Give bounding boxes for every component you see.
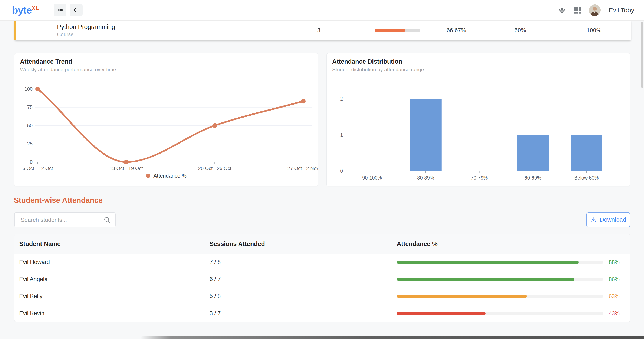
window-bottom-shadow xyxy=(140,336,644,339)
y-tick-label: 100 xyxy=(24,86,32,92)
course-mid-value: 50% xyxy=(514,27,526,34)
attendance-percent-label: 88% xyxy=(609,259,620,265)
course-right-value: 100% xyxy=(586,27,601,34)
table-row: Evil Kevin3 / 743% xyxy=(14,305,630,322)
course-session-count: 3 xyxy=(317,27,320,34)
search-input[interactable] xyxy=(20,212,102,228)
y-tick-label: 50 xyxy=(27,123,32,128)
x-tick-label: 80-89% xyxy=(417,175,434,180)
sessions-attended-cell: 7 / 8 xyxy=(205,254,392,271)
attendance-percent-label: 86% xyxy=(609,276,620,282)
user-name[interactable]: Evil Toby xyxy=(609,6,634,14)
attendance-trend-chart: 02550751006 Oct - 12 Oct13 Oct - 19 Oct2… xyxy=(14,77,318,173)
attendance-bar-fill xyxy=(397,261,578,264)
x-tick-label: 6 Oct - 12 Oct xyxy=(22,166,53,171)
user-avatar[interactable] xyxy=(589,4,600,16)
attendance-bar-fill xyxy=(397,295,527,298)
search-icon[interactable] xyxy=(104,216,111,224)
data-point xyxy=(124,160,129,164)
attendance-distribution-card: Attendance Distribution Student distribu… xyxy=(326,53,630,186)
bar xyxy=(570,135,602,171)
download-icon xyxy=(590,216,597,223)
scrollbar-thumb[interactable] xyxy=(641,22,643,88)
x-tick-label: 20 Oct - 26 Oct xyxy=(198,166,232,171)
attendance-cell: 43% xyxy=(392,305,630,322)
trend-legend: Attendance % xyxy=(14,173,318,179)
distribution-subtitle: Student distribution by attendance range xyxy=(332,67,424,72)
y-tick-label: 1 xyxy=(340,132,343,138)
data-point xyxy=(212,123,217,128)
attendance-bar-fill xyxy=(397,312,486,315)
distribution-title: Attendance Distribution xyxy=(332,58,402,65)
data-point xyxy=(35,87,40,91)
bug-icon[interactable] xyxy=(558,6,566,14)
bytexl-logo[interactable]: byteXL xyxy=(12,4,39,16)
y-tick-label: 2 xyxy=(340,96,343,102)
course-progress-label: 66.67% xyxy=(446,27,466,34)
y-tick-label: 0 xyxy=(30,159,32,165)
x-tick-label: 60-69% xyxy=(524,175,541,180)
bar xyxy=(410,99,442,171)
legend-dot xyxy=(146,174,150,178)
y-tick-label: 0 xyxy=(340,168,343,174)
logo-xl: XL xyxy=(32,5,39,11)
y-tick-label: 75 xyxy=(27,104,32,110)
sidebar-toggle-button[interactable] xyxy=(54,4,66,16)
trend-subtitle: Weekly attendance performance over time xyxy=(20,67,116,72)
attendance-trend-card: Attendance Trend Weekly attendance perfo… xyxy=(14,53,318,186)
avatar-image xyxy=(589,4,600,16)
attendance-bar-track xyxy=(397,261,603,264)
table-header-row: Student Name Sessions Attended Attendanc… xyxy=(14,234,630,254)
table-body: Evil Howard7 / 888%Evil Angela6 / 786%Ev… xyxy=(14,254,630,322)
course-subtitle: Course xyxy=(57,32,74,38)
download-label: Download xyxy=(600,216,626,223)
logo-byte: byte xyxy=(12,4,32,16)
attendance-percent-label: 63% xyxy=(609,293,620,300)
course-row-card[interactable]: Python Programming Course 3 66.67% 50% 1… xyxy=(14,20,631,40)
data-point xyxy=(301,99,306,104)
x-tick-label: 27 Oct - 2 Nov xyxy=(288,166,318,171)
attendance-bar-fill xyxy=(397,278,574,281)
section-heading: Student-wise Attendance xyxy=(14,196,103,204)
course-progress-track xyxy=(374,29,420,32)
table-row: Evil Howard7 / 888% xyxy=(14,254,630,271)
bar xyxy=(517,135,549,171)
attendance-percent-label: 43% xyxy=(609,310,620,316)
attendance-bar-track xyxy=(397,312,603,315)
student-name-cell: Evil Kevin xyxy=(14,305,205,322)
column-header-student-name: Student Name xyxy=(14,234,205,254)
attendance-distribution-chart: 01290-100%80-89%70-79%60-69%Below 60% xyxy=(327,77,630,183)
x-tick-label: 70-79% xyxy=(471,175,488,180)
back-arrow-icon xyxy=(73,6,80,14)
x-tick-label: 13 Oct - 19 Oct xyxy=(110,166,143,171)
legend-label: Attendance % xyxy=(153,173,186,179)
table-row: Evil Kelly5 / 863% xyxy=(14,288,630,305)
apps-grid-icon[interactable] xyxy=(574,6,581,14)
nav-right-cluster: Evil Toby xyxy=(558,0,634,20)
indent-menu-icon xyxy=(57,7,63,13)
column-header-sessions: Sessions Attended xyxy=(205,234,392,254)
x-tick-label: Below 60% xyxy=(574,175,599,180)
attendance-bar-track xyxy=(397,278,603,281)
back-button[interactable] xyxy=(70,4,83,16)
attendance-cell: 63% xyxy=(392,288,630,305)
column-header-attendance: Attendance % xyxy=(392,234,630,254)
course-progress-fill xyxy=(374,29,405,32)
x-tick-label: 90-100% xyxy=(362,175,382,180)
course-title: Python Programming xyxy=(57,24,115,30)
download-button[interactable]: Download xyxy=(586,212,630,228)
student-name-cell: Evil Kelly xyxy=(14,288,205,305)
attendance-cell: 88% xyxy=(392,254,630,271)
y-tick-label: 25 xyxy=(27,141,32,146)
student-search-box xyxy=(14,212,116,228)
student-name-cell: Evil Howard xyxy=(14,254,205,271)
page: byteXL xyxy=(0,0,644,339)
sessions-attended-cell: 3 / 7 xyxy=(205,305,392,322)
attendance-cell: 86% xyxy=(392,271,630,288)
sessions-attended-cell: 6 / 7 xyxy=(205,271,392,288)
attendance-bar-track xyxy=(397,295,603,298)
student-attendance-table: Student Name Sessions Attended Attendanc… xyxy=(14,234,630,322)
top-navbar: byteXL xyxy=(0,0,644,21)
trend-title: Attendance Trend xyxy=(20,58,72,65)
student-name-cell: Evil Angela xyxy=(14,271,205,288)
